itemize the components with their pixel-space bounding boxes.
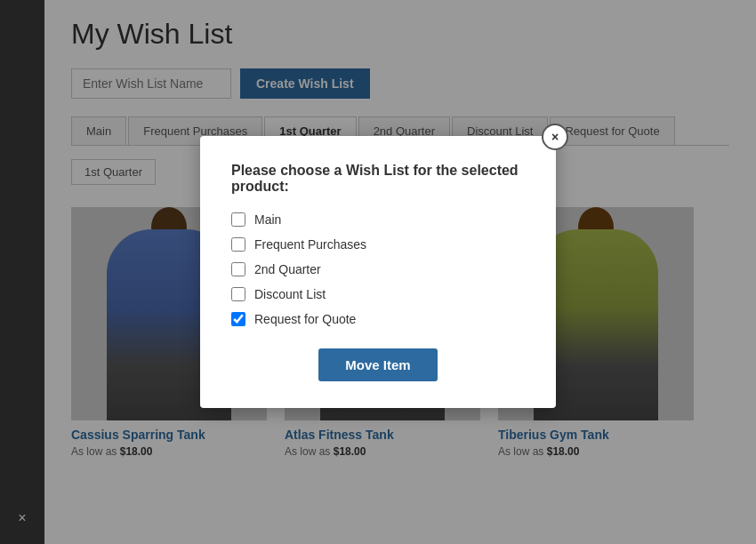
modal-checkbox-request-for-quote[interactable] bbox=[231, 312, 245, 326]
modal-option-2nd-quarter[interactable]: 2nd Quarter bbox=[231, 262, 525, 276]
modal-option-discount-list[interactable]: Discount List bbox=[231, 287, 525, 301]
modal-option-label-main: Main bbox=[254, 212, 281, 227]
modal-checkbox-main[interactable] bbox=[231, 212, 245, 227]
modal-option-frequent-purchases[interactable]: Frequent Purchases bbox=[231, 237, 525, 252]
modal-checkbox-discount-list[interactable] bbox=[231, 287, 245, 301]
modal-option-request-for-quote[interactable]: Request for Quote bbox=[231, 312, 525, 326]
modal-checkbox-2nd-quarter[interactable] bbox=[231, 262, 245, 276]
modal-option-main[interactable]: Main bbox=[231, 212, 525, 227]
modal-title: Please choose a Wish List for the select… bbox=[231, 163, 525, 195]
modal-overlay: × Please choose a Wish List for the sele… bbox=[0, 0, 756, 544]
modal-option-label-discount-list: Discount List bbox=[254, 287, 326, 301]
modal-option-label-2nd-quarter: 2nd Quarter bbox=[254, 262, 321, 276]
modal-option-label-request-for-quote: Request for Quote bbox=[254, 312, 356, 326]
move-item-button[interactable]: Move Item bbox=[318, 348, 437, 381]
modal-close-button[interactable]: × bbox=[542, 124, 568, 150]
modal-checkbox-frequent-purchases[interactable] bbox=[231, 237, 245, 252]
modal: × Please choose a Wish List for the sele… bbox=[200, 136, 556, 408]
modal-option-label-frequent-purchases: Frequent Purchases bbox=[254, 237, 366, 252]
modal-options: Main Frequent Purchases 2nd Quarter Disc… bbox=[231, 212, 525, 326]
